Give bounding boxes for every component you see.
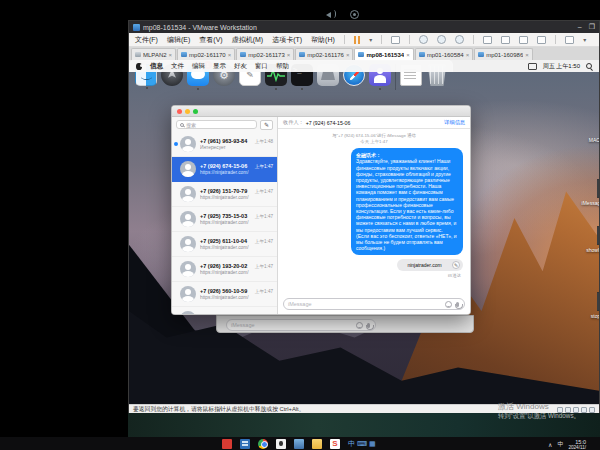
conversation-list: +7 (961) 963-93-84上午1:48Интересует +7 (9…: [172, 132, 277, 315]
vm-tab[interactable]: mp02-161170×: [177, 48, 235, 60]
close-button[interactable]: [177, 109, 182, 114]
vm-tab[interactable]: mp01-160986×: [474, 48, 533, 60]
taskbar-vmware-icon[interactable]: [240, 439, 250, 449]
snapshot-manager-icon[interactable]: [455, 35, 464, 44]
sound-status-icon[interactable]: [589, 407, 595, 413]
vm-tab-icon: [299, 52, 305, 57]
display-icon[interactable]: [528, 63, 537, 70]
conversation-row[interactable]: +7 (925) 735-15-03上午1:47https://ninjatra…: [172, 207, 277, 232]
maximize-button[interactable]: ❐: [589, 22, 595, 32]
snapshot-camera-icon[interactable]: [437, 35, 446, 44]
menu-edit[interactable]: 编辑: [192, 62, 205, 71]
vmware-tabbar: MLPAN2× mp02-161170× mp02-161173× mp02-1…: [129, 47, 599, 60]
vm-tab[interactable]: mp02-161173×: [236, 48, 294, 60]
tray-chevron-icon[interactable]: ∧: [548, 441, 552, 448]
minimize-button[interactable]: –: [578, 22, 582, 32]
snapshot-clock-icon[interactable]: [419, 35, 428, 44]
message-input[interactable]: iMessage: [283, 298, 465, 310]
microphone-icon[interactable]: [367, 323, 370, 328]
tab-close-icon[interactable]: ×: [466, 52, 470, 58]
vm-tab[interactable]: MLPAN2×: [131, 48, 176, 60]
desktop-icon-stop-script[interactable]: stop…: [581, 293, 599, 319]
tray-clock[interactable]: 15:0 2024/11/: [568, 439, 586, 450]
tab-close-icon[interactable]: ×: [169, 52, 173, 58]
taskbar-file-explorer-icon[interactable]: [312, 439, 322, 449]
fullscreen-icon[interactable]: [501, 36, 510, 44]
vm-tab-active[interactable]: mp08-161534×: [354, 48, 413, 60]
conversation-sidebar: 搜索 ✎ +7 (961) 963-93-84上午1:48Интересует …: [172, 117, 278, 315]
minimize-button[interactable]: [185, 109, 190, 114]
search-input[interactable]: 搜索: [176, 120, 257, 129]
tray-ime-badge[interactable]: 中: [557, 440, 563, 449]
speaker-icon[interactable]: [326, 10, 336, 19]
conversation-row[interactable]: +7 (926) 617-30-66上午1:47: [172, 307, 277, 315]
emoji-icon[interactable]: [445, 301, 452, 308]
send-icon[interactable]: [391, 36, 400, 44]
message-input[interactable]: iMessage: [226, 319, 376, 331]
link-bubble[interactable]: ninjatrader.com ✎: [397, 259, 463, 271]
to-label: 收件人：: [283, 119, 304, 126]
menu-vm[interactable]: 虚拟机(M): [232, 35, 264, 45]
menu-buddies[interactable]: 好友: [234, 62, 247, 71]
menu-edit[interactable]: 编辑(E): [167, 35, 190, 45]
menu-help[interactable]: 帮助(H): [311, 35, 335, 45]
zoom-button[interactable]: [193, 109, 198, 114]
microphone-icon[interactable]: [456, 302, 459, 307]
desktop-icon-showlog-script[interactable]: showlog…: [581, 227, 599, 253]
usb-status-icon[interactable]: [581, 407, 587, 413]
taskbar-sogou-icon[interactable]: S: [330, 439, 340, 449]
taskbar-app-blue-icon[interactable]: [294, 439, 304, 449]
outgoing-message-bubble[interactable]: 金融话术： Здравствуйте, уважаемый клиент! На…: [351, 148, 463, 255]
vm-tab[interactable]: mp02-161176×: [295, 48, 353, 60]
conversation-row[interactable]: +7 (926) 193-20-02上午1:47https://ninjatra…: [172, 257, 277, 282]
taskbar-chrome-icon[interactable]: [258, 439, 268, 449]
activate-windows-watermark-sub: 转到“设置”以激活 Windows。: [498, 412, 580, 421]
desktop-icon-macos-folder[interactable]: MACOS: [581, 135, 599, 143]
details-button[interactable]: 详细信息: [444, 119, 465, 126]
apple-menu-icon[interactable]: [136, 63, 142, 70]
pause-icon[interactable]: [354, 36, 361, 44]
layout-dropdown-icon[interactable]: ▾: [583, 36, 586, 43]
tab-close-icon[interactable]: ×: [287, 52, 291, 58]
messages-window: 搜索 ✎ +7 (961) 963-93-84上午1:48Интересует …: [171, 105, 471, 315]
taskbar-itunes-icon[interactable]: [276, 439, 286, 449]
toolbar-separator: [555, 35, 556, 44]
spotlight-icon[interactable]: [586, 63, 592, 69]
desktop-icon-imessage-script[interactable]: iMessageDe…: [581, 180, 599, 206]
vm-tab-icon: [181, 52, 187, 57]
recipient-value[interactable]: +7 (924) 674-15-06: [306, 120, 351, 126]
tab-close-icon[interactable]: ×: [228, 52, 232, 58]
console-view-icon[interactable]: [483, 36, 492, 44]
menu-view[interactable]: 显示: [213, 62, 226, 71]
tab-close-icon[interactable]: ×: [406, 52, 410, 58]
tab-close-icon[interactable]: ×: [346, 52, 350, 58]
pause-dropdown-icon[interactable]: ▾: [369, 36, 372, 43]
tab-close-icon[interactable]: ×: [525, 52, 529, 58]
menu-view[interactable]: 查看(V): [199, 35, 222, 45]
menu-window[interactable]: 窗口: [255, 62, 268, 71]
vm-tab[interactable]: mp01-160584×: [415, 48, 474, 60]
message-scroll-area[interactable]: 与“+7 (924) 674-15-06”进行 iMessage 通信 今天 上…: [278, 129, 470, 295]
conversation-row[interactable]: +7 (925) 611-10-04上午1:47https://ninjatra…: [172, 232, 277, 257]
library-icon[interactable]: [537, 36, 546, 44]
emoji-icon[interactable]: [356, 322, 363, 329]
menu-messages[interactable]: 信息: [150, 62, 163, 71]
menu-tabs[interactable]: 选项卡(T): [272, 35, 302, 45]
menubar-clock[interactable]: 周五 上午1:50: [543, 62, 580, 71]
layout-icon[interactable]: [565, 36, 574, 44]
unity-icon[interactable]: [519, 36, 528, 44]
conversation-row-selected[interactable]: +7 (924) 674-15-06上午1:47https://ninjatra…: [172, 157, 277, 182]
avatar: [180, 211, 196, 227]
messages-titlebar[interactable]: [172, 106, 470, 117]
compose-button[interactable]: ✎: [260, 120, 273, 130]
messages-window-background[interactable]: iMessage: [216, 315, 474, 333]
menu-file[interactable]: 文件(F): [135, 35, 158, 45]
conversation-row[interactable]: +7 (926) 560-10-59上午1:47https://ninjatra…: [172, 282, 277, 307]
conversation-row[interactable]: +7 (961) 963-93-84上午1:48Интересует: [172, 132, 277, 157]
menu-help[interactable]: 帮助: [276, 62, 289, 71]
ime-toolbar[interactable]: 中 ⌨ ▦: [348, 439, 376, 449]
menu-file[interactable]: 文件: [171, 62, 184, 71]
taskbar-app-red-icon[interactable]: [222, 439, 232, 449]
conversation-row[interactable]: +7 (926) 151-70-79上午1:47https://ninjatra…: [172, 182, 277, 207]
record-icon[interactable]: [350, 10, 359, 19]
